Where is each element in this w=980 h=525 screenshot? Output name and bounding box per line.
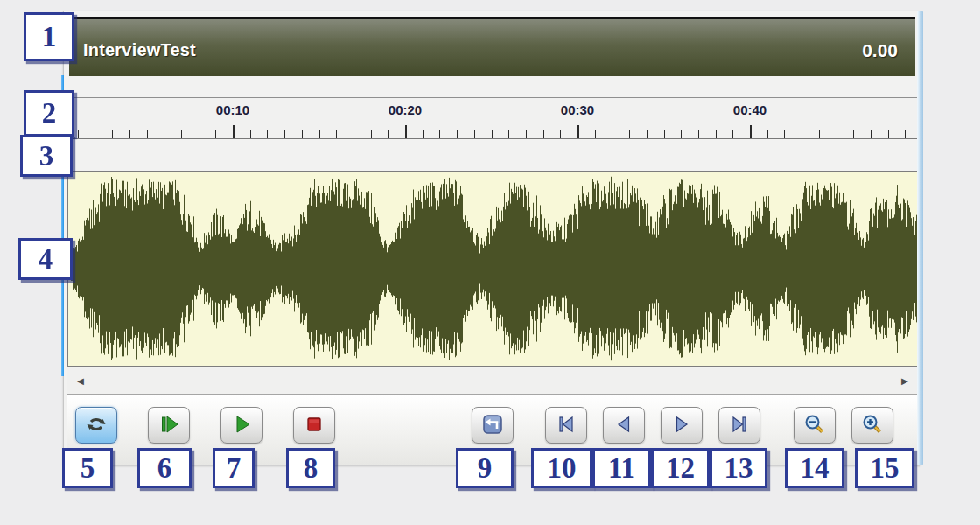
callout-7-play-button: 7 <box>213 448 255 488</box>
scroll-left-arrow-icon[interactable]: ◄ <box>67 374 94 388</box>
skip-to-end-icon <box>727 412 752 439</box>
play-button[interactable] <box>220 407 262 444</box>
loop-icon <box>84 412 108 439</box>
audio-player-panel: InterviewTest 0.00 00:1000:2000:3000:40 … <box>63 10 920 466</box>
callout-5-loop-button: 5 <box>62 448 113 488</box>
play-step-icon <box>157 412 181 439</box>
panel-right-edge <box>917 10 923 466</box>
callout-9-return-button: 9 <box>456 448 514 488</box>
zoom-out-button[interactable] <box>794 407 836 444</box>
callout-15-zoom-in-button: 15 <box>855 448 914 488</box>
file-title: InterviewTest <box>83 40 196 60</box>
stop-icon <box>302 412 326 439</box>
step-back-button[interactable] <box>603 407 645 444</box>
callout-6-play-step-button: 6 <box>137 448 192 488</box>
time-ruler[interactable]: 00:1000:2000:3000:40 <box>67 97 918 139</box>
play-step-button[interactable] <box>148 407 190 444</box>
callout-4-waveform-display: 4 <box>18 238 73 280</box>
title-bar: InterviewTest 0.00 <box>69 17 915 76</box>
skip-to-start-icon <box>554 412 578 439</box>
callout-12-step-forward-button: 12 <box>651 448 710 488</box>
waveform-canvas <box>68 172 917 366</box>
triangle-right-icon <box>669 412 694 439</box>
callout-11-step-back-button: 11 <box>592 448 651 488</box>
callout-1-title-bar: 1 <box>24 12 74 61</box>
callout-14-zoom-out-button: 14 <box>785 448 844 488</box>
waveform-display[interactable] <box>67 171 918 367</box>
callout-3-playback-cursor: 3 <box>20 135 73 177</box>
callout-10-go-to-start-button: 10 <box>531 448 592 488</box>
ruler-time-label: 00:40 <box>733 102 766 117</box>
waveform-scrollbar[interactable]: ◄ ► <box>67 368 918 395</box>
callout-2-time-ruler: 2 <box>24 90 74 136</box>
go-to-start-button[interactable] <box>545 407 587 444</box>
stop-button[interactable] <box>293 407 335 444</box>
step-forward-button[interactable] <box>661 407 703 444</box>
triangle-left-icon <box>612 412 636 439</box>
return-button[interactable] <box>472 407 514 444</box>
zoom-in-button[interactable] <box>851 407 893 444</box>
scroll-right-arrow-icon[interactable]: ► <box>892 374 918 388</box>
return-arrow-icon <box>480 412 505 439</box>
ruler-time-label: 00:20 <box>388 102 422 117</box>
time-counter: 0.00 <box>862 40 898 61</box>
magnifier-minus-icon <box>802 412 827 439</box>
callout-13-go-to-end-button: 13 <box>710 448 767 488</box>
loop-button[interactable] <box>75 407 117 444</box>
ruler-time-label: 00:30 <box>561 102 594 117</box>
ruler-ticks <box>67 121 916 138</box>
play-icon <box>229 412 254 439</box>
magnifier-plus-icon <box>860 412 885 439</box>
ruler-time-label: 00:10 <box>216 102 249 117</box>
go-to-end-button[interactable] <box>718 407 760 444</box>
callout-8-stop-button: 8 <box>286 448 335 488</box>
